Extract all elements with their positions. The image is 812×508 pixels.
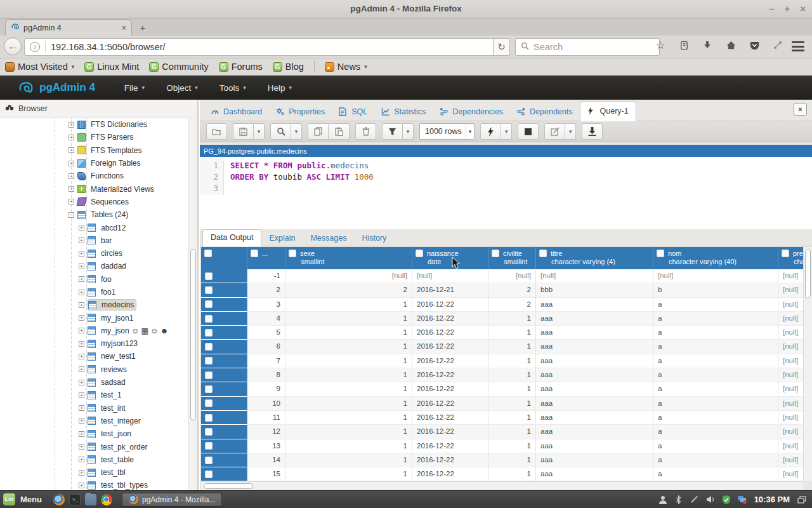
cell[interactable]: aaa [536,298,653,312]
tree-item-test-int[interactable]: +test_int [0,402,188,415]
cell[interactable]: 1 [488,453,536,467]
tree-expander-icon[interactable]: + [79,354,84,359]
cell[interactable]: 13 [247,439,285,453]
cell[interactable]: a [653,368,778,382]
cell[interactable]: 1 [488,439,536,453]
cell[interactable]: 1 [488,368,536,382]
panel-close-button[interactable]: × [794,103,807,116]
extension-icon[interactable] [771,39,784,51]
cell[interactable]: 2016-12-22 [412,439,488,453]
cell[interactable]: 1 [488,382,536,396]
cell[interactable]: 1 [285,411,412,425]
row-selector[interactable] [201,312,247,326]
cell[interactable]: 2016-12-22 [412,298,488,312]
column-checkbox[interactable] [492,250,499,257]
delete-button[interactable] [355,123,376,140]
bookmarks-list-icon[interactable] [678,39,690,51]
bookmark-blog[interactable]: Blog [273,62,304,72]
firewall-shield-icon[interactable] [721,495,731,505]
cell[interactable]: 2016-12-22 [412,425,488,439]
bookmark-most-visited[interactable]: Most Visited▾ [5,62,74,72]
cell[interactable]: 1 [488,340,536,354]
row-checkbox[interactable] [205,471,213,478]
tree-item-my-json1[interactable]: +my_json1 [0,311,188,324]
cell[interactable]: 1 [488,411,536,425]
minimize-button[interactable]: – [769,3,774,14]
volume-icon[interactable] [705,495,716,505]
cell[interactable]: 3 [247,298,285,312]
url-bar[interactable]: i 192.168.34.1:5050/browser/ [24,38,494,56]
url-text[interactable]: 192.168.34.1:5050/browser/ [51,42,166,52]
tree-item-my-json-[interactable]: +my_json ☺ ▦ ☺ ☻ [0,324,188,337]
tree-expander-icon[interactable]: + [79,276,84,282]
cell[interactable]: bbb [536,283,653,297]
bookmark-community[interactable]: Community [149,62,208,72]
grid-horizontal-scrollbar[interactable] [201,481,803,490]
tree-item-foo[interactable]: +foo [0,273,188,286]
menu-hamburger-icon[interactable] [792,41,804,51]
tree-expander-icon[interactable]: + [79,290,84,295]
cell[interactable]: 2 [247,283,285,297]
tree-item-foo1[interactable]: +foo1 [0,286,188,298]
tree-expander-icon[interactable]: + [79,392,84,398]
tree-item-circles[interactable]: +circles [0,247,188,260]
cell[interactable]: 2016-12-22 [412,467,488,481]
edit-button[interactable] [544,123,565,140]
column-header-sexe[interactable]: sexesmallint [285,247,412,269]
files-launcher-icon[interactable] [85,494,96,505]
tree-expander-icon[interactable]: + [79,405,84,411]
cell[interactable]: aaa [536,453,653,467]
column-header-nom[interactable]: nomcharacter varying (40) [653,247,778,269]
tree-expander-icon[interactable]: + [69,122,74,128]
tab-statistics[interactable]: Statistics [374,103,433,121]
row-checkbox[interactable] [205,399,213,407]
menu-file[interactable]: File▾ [117,79,152,97]
bluetooth-icon[interactable] [674,495,684,505]
tree-item-test-1[interactable]: +test_1 [0,389,188,401]
row-checkbox[interactable] [205,300,213,308]
firefox-launcher-icon[interactable] [53,494,65,505]
tree-item-tables-24-[interactable]: −Tables (24) [0,208,188,221]
tree-item-medecins[interactable]: +medecins [0,298,188,311]
cell[interactable]: 1 [285,439,412,453]
column-header-civilite[interactable]: civilitesmallint [488,247,536,269]
back-button[interactable]: ← [4,37,22,55]
tree-item-fts-dictionaries[interactable]: +FTS Dictionaries [0,118,188,131]
cell[interactable]: 11 [247,411,285,425]
cell[interactable]: [null] [653,269,778,283]
taskbar-window-button[interactable]: pgAdmin 4 - Mozilla... [122,493,222,507]
tree-expander-icon[interactable]: + [79,341,84,347]
tree-expander-icon[interactable]: + [79,483,84,488]
cell[interactable]: [null] [536,269,653,283]
row-checkbox[interactable] [205,385,213,393]
save-dropdown-caret[interactable]: ▾ [254,123,265,140]
tree-item-functions[interactable]: +Functions [0,170,188,182]
cell[interactable]: [null] [778,453,803,467]
cell[interactable]: 1 [285,425,412,439]
tree-item-sadsad[interactable]: +sadsad [0,376,188,389]
cell[interactable]: 1 [488,354,536,368]
cell[interactable]: [null] [778,467,803,481]
tree-expander-icon[interactable]: + [79,418,84,424]
cell[interactable]: 2 [285,283,412,297]
menu-help[interactable]: Help▾ [260,79,299,97]
cell[interactable]: [null] [778,439,803,453]
browser-tab[interactable]: pgAdmin 4 × [5,19,132,36]
column-checkbox[interactable] [657,250,664,257]
find-button[interactable] [270,123,291,140]
taskbar-menu-button[interactable]: Menu [20,495,42,504]
tree-item-test-table[interactable]: +test_table [0,453,188,466]
tree-item-test-tbl[interactable]: +test_tbl [0,466,188,479]
cell[interactable]: 14 [247,453,285,467]
tab-dashboard[interactable]: Dashboard [204,103,269,121]
cell[interactable]: [null] [778,283,803,297]
cell[interactable]: [null] [778,312,803,326]
grid-vertical-scrollbar[interactable] [803,247,812,481]
tree-item-abcd12[interactable]: +abcd12 [0,221,188,234]
row-selector[interactable] [201,368,247,382]
column-checkbox[interactable] [782,250,789,257]
cell[interactable]: a [653,397,778,411]
tree-item-reviews[interactable]: +reviews [0,363,188,376]
cell[interactable]: a [653,425,778,439]
pocket-icon[interactable] [748,39,761,51]
